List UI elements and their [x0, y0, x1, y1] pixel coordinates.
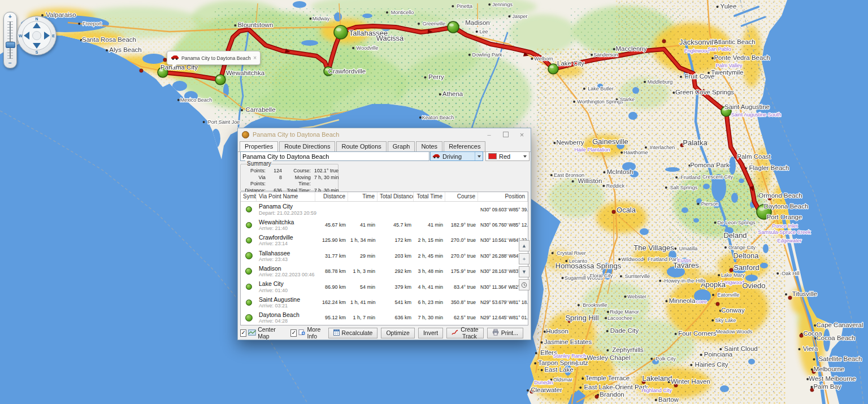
tab-graph[interactable]: Graph — [388, 141, 415, 151]
route-name-input[interactable] — [240, 151, 429, 161]
via-point-row[interactable]: Saint AugustineArrive: 03:21162.24 km1 h… — [241, 294, 528, 310]
zoom-slider-handle[interactable] — [6, 42, 15, 48]
activity-profile-select[interactable]: Driving — [430, 151, 483, 161]
map-pan-control[interactable]: N S W E — [17, 16, 57, 55]
waypoint-symbol-icon — [245, 252, 253, 259]
map-label: Winter Haven — [671, 378, 710, 385]
column-header[interactable]: Via Point Name — [257, 192, 315, 201]
maximize-button[interactable] — [497, 128, 514, 141]
print--button[interactable]: Print... — [487, 328, 523, 338]
map-label: The Villages — [633, 244, 674, 252]
city-dot — [140, 69, 143, 72]
cell-position: N29° 12.645' W81° 01.368' — [478, 315, 528, 320]
column-header[interactable]: Time — [348, 192, 377, 201]
via-point-name: Lake City — [259, 280, 313, 287]
compass-west-label[interactable]: W — [19, 34, 23, 38]
pan-up-icon[interactable] — [33, 23, 41, 28]
dialog-titlebar[interactable]: Panama City to Daytona Beach – × — [238, 128, 531, 141]
via-point-row[interactable]: Lake CityArrive: 01:4086.90 km54 min379 … — [241, 279, 528, 294]
via-point-row[interactable]: Panama CityDepart: 21.02.2023 20:59N30° … — [241, 202, 528, 217]
cell-total_time: 2 h, 15 min — [414, 237, 445, 243]
chevron-down-icon[interactable] — [523, 155, 527, 158]
map-label: Ocala — [617, 206, 636, 214]
cell-distance: 162.24 km — [315, 299, 348, 305]
minimize-button[interactable]: – — [481, 128, 497, 141]
tab-route-options[interactable]: Route Options — [336, 141, 386, 151]
via-point-row[interactable]: CrawfordvilleArrive: 23:14125.90 km1 h, … — [241, 233, 528, 248]
map-label: Edgewater — [777, 238, 801, 244]
zoom-out-icon[interactable]: − — [4, 60, 16, 66]
tooltip-close-icon[interactable]: × — [253, 55, 257, 61]
more-info-checkbox[interactable]: ✓ More Info — [290, 326, 328, 340]
waypoint-dot[interactable] — [215, 75, 225, 85]
map-zoom-slider[interactable]: + − — [3, 12, 17, 68]
map-label: Green Cove Springs — [675, 89, 734, 95]
move-up-button[interactable]: ▲ — [519, 240, 530, 251]
move-down-button[interactable]: ▼ — [519, 266, 530, 277]
via-point-row[interactable]: WewahitchkaArrive: 21:4045.67 km41 min45… — [241, 217, 528, 232]
map-label: Newberry — [556, 139, 584, 146]
column-header[interactable]: Course — [445, 192, 478, 201]
checkbox-check-icon[interactable]: ✓ — [290, 329, 297, 337]
map-label: Dowling Park — [472, 52, 502, 58]
compass-north-label[interactable]: N — [35, 17, 38, 21]
map-label: Starke — [620, 97, 635, 102]
compass-south-label[interactable]: S — [36, 50, 38, 54]
more-info-label: More Info — [307, 326, 328, 340]
tab-references[interactable]: References — [444, 141, 485, 151]
waypoint-symbol-icon — [246, 284, 252, 290]
pan-center-button[interactable] — [32, 31, 41, 40]
create-track-button[interactable]: Create Track — [446, 328, 484, 338]
tab-properties[interactable]: Properties — [240, 141, 278, 152]
invert-button[interactable]: Invert — [418, 328, 443, 338]
route-color-select[interactable]: Red — [485, 151, 530, 161]
optimize-button[interactable]: Optimize — [381, 328, 414, 338]
column-header[interactable]: Total Distance — [377, 192, 414, 201]
via-point-row[interactable]: MadisonArrive: 22.02.2023 00:4688.78 km1… — [241, 264, 528, 279]
compass-east-label[interactable]: E — [52, 34, 55, 38]
close-button[interactable]: × — [514, 128, 530, 141]
via-point-time: Arrive: 21:40 — [259, 225, 313, 231]
cell-course: 270.0° true — [445, 253, 478, 259]
zoom-slider-track[interactable] — [7, 21, 13, 59]
city-dot — [788, 296, 792, 299]
pan-down-icon[interactable] — [33, 43, 41, 49]
column-header[interactable]: Distance — [315, 192, 348, 201]
add-button[interactable]: ＋ — [519, 253, 530, 264]
tab-route-directions[interactable]: Route Directions — [279, 141, 335, 151]
via-point-time: Arrive: 23:43 — [259, 257, 313, 262]
chevron-down-icon[interactable] — [475, 152, 483, 160]
column-header[interactable]: Position — [478, 192, 528, 201]
map-label: Ponte Vedra Beach — [714, 54, 770, 61]
map-label: Monticello — [391, 10, 414, 15]
summary-value: 124 — [267, 168, 283, 175]
waypoint-dot[interactable] — [448, 21, 459, 33]
via-point-row[interactable]: Daytona BeachArrive: 04:2895.12 km1 h, 7… — [241, 310, 528, 325]
cell-course: 175.9° true — [445, 268, 478, 274]
cell-distance: 86.90 km — [315, 284, 348, 290]
column-header[interactable]: Symbol — [241, 192, 257, 201]
via-point-row[interactable]: TallahasseeArrive: 23:4331.77 km29 min20… — [241, 248, 528, 263]
checkbox-check-icon[interactable]: ✓ — [240, 329, 246, 337]
tooltip-label: Panama City to Daytona Beach — [181, 55, 251, 61]
column-header[interactable]: Total Time — [414, 192, 445, 201]
cell-total_distance: 636 km — [377, 315, 414, 320]
map-label: Port Orange — [767, 214, 802, 220]
tab-notes[interactable]: Notes — [416, 141, 442, 151]
waypoint-dot[interactable] — [334, 25, 348, 39]
center-map-checkbox[interactable]: ✓ Center Map — [240, 326, 284, 340]
pan-left-icon[interactable] — [24, 32, 29, 40]
map-label: Crystal River — [557, 250, 586, 256]
schedule-button[interactable] — [519, 279, 530, 290]
zoom-in-icon[interactable]: + — [4, 14, 16, 20]
map-label: Spring Hill — [565, 314, 598, 322]
via-points-table[interactable]: SymbolVia Point NameDistanceTimeTotal Di… — [240, 192, 528, 325]
map-label: Williston — [578, 177, 602, 184]
route-map-tooltip[interactable]: Panama City to Daytona Beach × — [167, 51, 261, 65]
map-label: Lee — [479, 29, 488, 34]
recalculate-button[interactable]: Recalculate — [328, 328, 378, 338]
waypoint-symbol-icon — [245, 268, 252, 275]
pan-right-icon[interactable] — [44, 32, 50, 40]
map-label: Midway — [313, 16, 330, 21]
map-label: Crawfordville — [328, 68, 366, 75]
